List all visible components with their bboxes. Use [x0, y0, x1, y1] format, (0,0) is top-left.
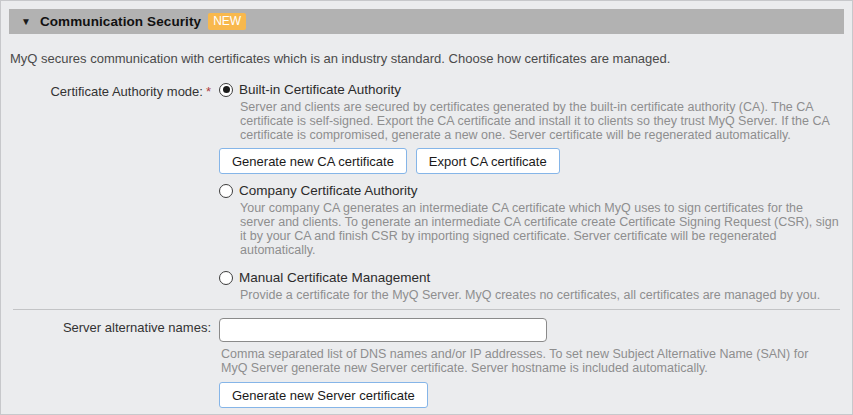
- radio-manual-certificate[interactable]: Manual Certificate Management: [219, 270, 844, 285]
- generate-ca-certificate-button[interactable]: Generate new CA certificate: [219, 148, 407, 174]
- collapse-triangle-icon[interactable]: ▼: [21, 17, 31, 27]
- ca-mode-row: Certificate Authority mode:* Built-in Ce…: [9, 82, 844, 302]
- section-title: Communication Security: [40, 14, 201, 29]
- ca-mode-options: Built-in Certificate Authority Server an…: [219, 82, 844, 302]
- builtin-ca-description: Server and clients are secured by certif…: [240, 100, 840, 142]
- radio-company-ca-label[interactable]: Company Certificate Authority: [239, 183, 418, 198]
- ca-mode-label: Certificate Authority mode:*: [9, 82, 211, 99]
- radio-company-ca-icon[interactable]: [219, 184, 233, 198]
- radio-manual-certificate-icon[interactable]: [219, 271, 233, 285]
- radio-builtin-ca-label[interactable]: Built-in Certificate Authority: [239, 82, 401, 97]
- required-asterisk: *: [206, 84, 211, 99]
- settings-form: Certificate Authority mode:* Built-in Ce…: [9, 82, 844, 408]
- san-row: Server alternative names: Comma separate…: [9, 318, 844, 408]
- radio-manual-certificate-label[interactable]: Manual Certificate Management: [239, 270, 430, 285]
- radio-company-ca[interactable]: Company Certificate Authority: [219, 183, 844, 198]
- section-header[interactable]: ▼ Communication Security NEW: [9, 9, 844, 34]
- generate-server-certificate-button[interactable]: Generate new Server certificate: [219, 382, 428, 408]
- san-content: Comma separated list of DNS names and/or…: [219, 318, 844, 408]
- company-ca-description: Your company CA generates an intermediat…: [240, 201, 840, 257]
- san-label: Server alternative names:: [9, 318, 211, 335]
- new-badge: NEW: [208, 13, 246, 30]
- manual-certificate-description: Provide a certificate for the MyQ Server…: [240, 288, 840, 302]
- server-alternative-names-input[interactable]: [219, 318, 547, 342]
- ca-mode-label-text: Certificate Authority mode:: [50, 84, 202, 99]
- section-divider: [13, 309, 840, 310]
- san-help-text: Comma separated list of DNS names and/or…: [221, 347, 821, 375]
- radio-builtin-ca-icon[interactable]: [219, 83, 233, 97]
- communication-security-panel: ▼ Communication Security NEW MyQ secures…: [0, 0, 853, 415]
- builtin-ca-buttons: Generate new CA certificate Export CA ce…: [219, 148, 844, 174]
- intro-text: MyQ secures communication with certifica…: [10, 51, 844, 66]
- san-buttons: Generate new Server certificate: [219, 382, 844, 408]
- export-ca-certificate-button[interactable]: Export CA certificate: [416, 148, 560, 174]
- radio-builtin-ca[interactable]: Built-in Certificate Authority: [219, 82, 844, 97]
